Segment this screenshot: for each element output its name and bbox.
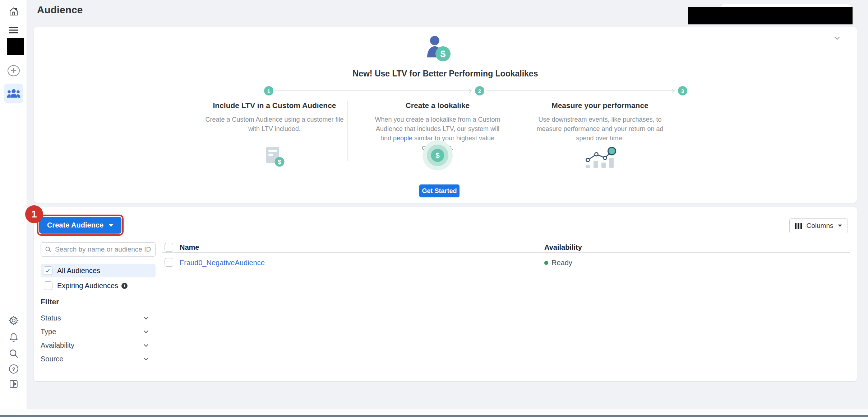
svg-text:$: $ — [440, 48, 446, 59]
status-dot — [544, 261, 548, 265]
filter-item-label: Status — [41, 314, 61, 322]
step-title: Measure your performance — [528, 101, 672, 110]
expiring-audiences-checkbox[interactable] — [44, 281, 52, 290]
column-header-availability[interactable]: Availability — [544, 243, 582, 252]
banner-title: New! Use LTV for Better Performing Looka… — [34, 69, 857, 79]
search-icon — [8, 348, 19, 359]
sidebar-item-create[interactable] — [0, 65, 27, 77]
get-started-button[interactable]: Get Started — [419, 184, 460, 197]
check-icon: ✓ — [45, 267, 51, 274]
notifications-bell-icon — [9, 332, 19, 343]
ltv-banner-card: $ New! Use LTV for Better Performing Loo… — [34, 27, 857, 203]
sidebar-item-audiences[interactable] — [4, 84, 23, 103]
sidebar-divider — [8, 308, 19, 308]
sidebar-item-collapse[interactable] — [0, 379, 27, 389]
window-bottom-strip — [0, 409, 868, 415]
step-description: Use downstream events, like purchases, t… — [533, 115, 667, 143]
chevron-down-icon — [833, 34, 841, 42]
menu-icon — [9, 26, 19, 34]
business-logo-redacted[interactable] — [7, 38, 24, 55]
select-all-checkbox[interactable] — [165, 243, 173, 252]
window-bottom-edge — [0, 415, 868, 417]
audience-manager-page: ? Audience — [0, 0, 868, 417]
create-audience-label: Create Audience — [47, 221, 103, 229]
step-title: Create a lookalike — [369, 101, 506, 110]
audience-search-box — [41, 242, 156, 257]
filter-item-source[interactable]: Source — [41, 352, 149, 366]
sidebar-item-home[interactable] — [0, 6, 27, 17]
people-link[interactable]: people — [393, 135, 412, 142]
step-title: Include LTV in a Custom Audience — [192, 101, 357, 110]
chevron-down-icon — [143, 315, 149, 321]
filter-expiring-audiences[interactable]: Expiring Audiences i — [41, 279, 156, 292]
audiences-icon — [7, 88, 20, 98]
page-title: Audience — [37, 4, 83, 16]
availability-cell: Ready — [544, 259, 572, 267]
step-column-measure-performance: Measure your performance Use downstream … — [528, 101, 672, 143]
settings-gear-icon — [8, 315, 19, 326]
document-dollar-icon: $ — [264, 146, 285, 167]
status-label: Ready — [551, 259, 572, 267]
chevron-down-icon — [143, 329, 149, 335]
row-checkbox[interactable] — [165, 258, 173, 267]
search-input[interactable] — [55, 245, 152, 253]
expiring-audiences-label: Expiring Audiences — [57, 282, 118, 290]
all-audiences-checkbox[interactable]: ✓ — [44, 266, 52, 275]
chevron-down-icon — [143, 356, 149, 362]
columns-button[interactable]: Columns — [789, 218, 848, 233]
help-icon: ? — [8, 364, 19, 374]
app-sidebar: ? — [0, 0, 27, 409]
svg-text:$: $ — [435, 151, 439, 159]
create-audience-highlight-ring: Create Audience — [37, 215, 124, 236]
sidebar-item-settings[interactable] — [0, 315, 27, 326]
column-header-name[interactable]: Name — [180, 243, 199, 252]
sidebar-item-menu[interactable] — [0, 26, 27, 34]
filter-list: Status Type Availability Source — [41, 311, 149, 366]
sidebar-item-notifications[interactable] — [0, 332, 27, 343]
all-audiences-label: All Audiences — [57, 267, 100, 275]
column-divider — [522, 101, 522, 161]
table-row-divider — [162, 271, 850, 271]
filter-item-availability[interactable]: Availability — [41, 338, 149, 352]
filter-item-label: Availability — [41, 341, 74, 350]
chart-growth-icon — [583, 145, 617, 169]
audience-list-panel: Create Audience Columns ✓ All Audiences — [34, 207, 857, 381]
filter-item-label: Type — [41, 328, 56, 336]
table-header-divider — [162, 252, 850, 253]
person-dollar-icon: $ — [424, 35, 451, 62]
filter-heading: Filter — [41, 297, 59, 306]
banner-collapse-button[interactable] — [833, 34, 841, 42]
step-connector-arrow — [275, 89, 473, 93]
filter-item-status[interactable]: Status — [41, 311, 149, 325]
caret-down-icon — [108, 224, 114, 227]
step-circle-1: 1 — [264, 86, 273, 95]
caret-down-icon — [838, 225, 842, 227]
svg-text:$: $ — [278, 159, 281, 165]
annotation-step-badge: 1 — [25, 205, 43, 223]
svg-text:?: ? — [12, 366, 15, 372]
step-column-include-ltv: Include LTV in a Custom Audience Create … — [192, 101, 357, 133]
columns-icon — [795, 223, 802, 229]
filter-item-type[interactable]: Type — [41, 325, 149, 338]
collapse-sidebar-icon — [9, 379, 19, 389]
sidebar-item-help[interactable]: ? — [0, 364, 27, 374]
create-plus-icon — [7, 65, 20, 77]
filter-all-audiences[interactable]: ✓ All Audiences — [41, 264, 156, 277]
step-circle-3: 3 — [678, 86, 687, 95]
account-name-redaction — [688, 7, 853, 24]
step-description: Create a Custom Audience using a custome… — [203, 115, 346, 133]
home-icon — [9, 6, 19, 17]
filter-item-label: Source — [41, 355, 63, 363]
create-audience-button[interactable]: Create Audience — [39, 217, 121, 234]
info-icon[interactable]: i — [121, 283, 128, 289]
search-icon — [45, 246, 52, 253]
columns-label: Columns — [807, 222, 834, 230]
audience-name-link[interactable]: Fraud0_NegativeAudience — [180, 259, 265, 267]
step-circle-2: 2 — [475, 86, 484, 95]
sidebar-item-search[interactable] — [0, 348, 27, 359]
chevron-down-icon — [143, 342, 149, 348]
step-connector-arrow — [486, 89, 676, 93]
target-dollar-icon: $ — [422, 140, 453, 171]
